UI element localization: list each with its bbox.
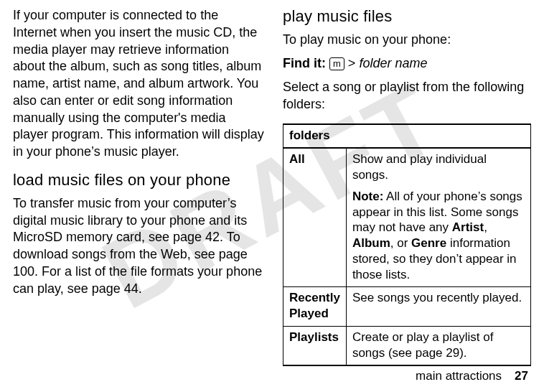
note-comma: ,: [484, 220, 487, 234]
left-body-paragraph: To transfer music from your computer’s d…: [13, 195, 264, 298]
folder-desc-all: Show and play individual songs.: [352, 152, 487, 182]
left-intro-paragraph: If your computer is connected to the Int…: [13, 7, 264, 161]
footer-section-name: main attractions: [416, 369, 502, 383]
right-intro: To play music on your phone:: [283, 32, 531, 49]
folder-name-playlists: Playlists: [289, 330, 339, 344]
note-bold-artist: Artist: [452, 220, 484, 234]
right-heading: play music files: [283, 7, 531, 26]
note-bold-genre: Genre: [411, 236, 446, 250]
note-bold-album: Album: [352, 236, 390, 250]
folder-name-all: All: [289, 152, 305, 166]
note-label: Note:: [352, 190, 383, 203]
menu-key-icon: m: [329, 57, 344, 70]
page-content: If your computer is connected to the Int…: [0, 0, 544, 366]
folders-table: folders All Show and play individual son…: [283, 123, 531, 367]
folder-name-cell: Playlists: [283, 326, 347, 365]
right-column: play music files To play music on your p…: [283, 7, 531, 366]
table-row: Recently Played See songs you recently p…: [283, 287, 531, 327]
select-description: Select a song or playlist from the follo…: [283, 79, 531, 113]
page-footer: main attractions27: [416, 369, 528, 383]
folder-name-recently-played: Recently Played: [289, 291, 340, 320]
table-row: All Show and play individual songs. Note…: [283, 148, 531, 287]
folder-name-cell: All: [283, 148, 347, 287]
find-it-label: Find it:: [283, 56, 326, 70]
left-column: If your computer is connected to the Int…: [13, 7, 264, 366]
footer-page-number: 27: [515, 369, 528, 383]
left-heading: load music files on your phone: [13, 171, 264, 190]
find-it-path: folder name: [359, 56, 427, 70]
table-header-row: folders: [283, 124, 531, 149]
find-it-line: Find it: m > folder name: [283, 55, 531, 72]
folder-desc-cell: See songs you recently played.: [346, 287, 530, 327]
note-mid: , or: [390, 236, 411, 250]
find-it-gt: >: [348, 56, 356, 70]
table-header: folders: [283, 124, 531, 149]
folder-name-cell: Recently Played: [283, 287, 347, 327]
table-row: Playlists Create or play a playlist of s…: [283, 326, 531, 365]
folder-desc-cell: Show and play individual songs. Note: Al…: [346, 148, 530, 287]
folder-desc-cell: Create or play a playlist of songs (see …: [346, 326, 530, 365]
